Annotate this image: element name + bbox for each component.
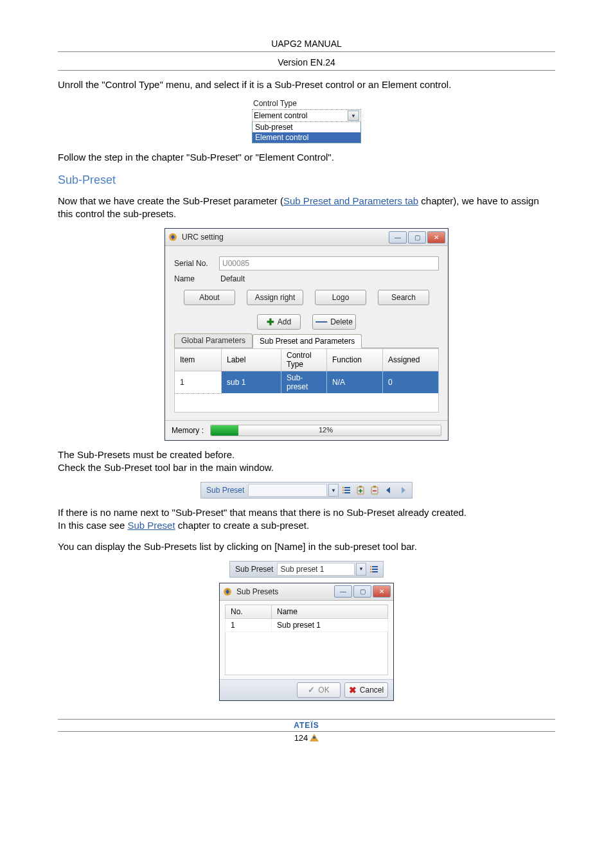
- clipboard-minus-icon[interactable]: [368, 484, 381, 497]
- titlebar: URC setting — ▢ ✕: [165, 229, 448, 246]
- paragraph: Check the Sub-Preset tool bar in the mai…: [58, 461, 555, 474]
- cell-function: N/A: [327, 371, 383, 394]
- minimize-button[interactable]: —: [389, 231, 407, 244]
- doc-title: UAPG2 MANUAL: [58, 39, 555, 49]
- memory-percent-text: 12%: [211, 426, 441, 434]
- toolbar-label: Sub Preset: [233, 565, 276, 574]
- col-assigned[interactable]: Assigned: [383, 349, 439, 371]
- svg-rect-6: [344, 492, 350, 493]
- plus-icon: ✚: [267, 317, 274, 327]
- col-control-type[interactable]: Control Type: [281, 349, 327, 371]
- chevron-down-icon[interactable]: ▼: [348, 111, 359, 121]
- paragraph: You can display the Sub-Presets list by …: [58, 540, 555, 553]
- svg-rect-15: [370, 571, 371, 572]
- close-button[interactable]: ✕: [427, 231, 445, 244]
- col-item[interactable]: Item: [175, 349, 222, 371]
- label-serial: Serial No.: [174, 259, 219, 268]
- col-name[interactable]: Name: [272, 605, 388, 618]
- cell-control-type: Sub-preset: [281, 371, 327, 394]
- divider: [58, 70, 555, 71]
- chevron-down-icon[interactable]: ▼: [328, 484, 339, 497]
- assign-right-button[interactable]: Assign right: [247, 290, 303, 305]
- svg-rect-8: [359, 486, 362, 488]
- nav-prev-icon[interactable]: [382, 484, 395, 497]
- label-name: Name: [174, 274, 219, 283]
- divider: [58, 719, 555, 720]
- subpreset-name-box[interactable]: Sub preset 1: [277, 563, 355, 576]
- maximize-button[interactable]: ▢: [408, 231, 426, 244]
- memory-progress: 12%: [210, 425, 441, 436]
- page-number-value: 124: [294, 733, 308, 743]
- link-subpreset[interactable]: Sub Preset: [127, 520, 175, 531]
- control-type-dropdown[interactable]: Element control ▼: [252, 109, 361, 122]
- about-button[interactable]: About: [184, 290, 235, 305]
- combo-list: Sub-preset Element control: [252, 122, 361, 143]
- nav-next-icon[interactable]: [396, 484, 409, 497]
- add-label: Add: [278, 317, 291, 326]
- subpreset-toolbar-filled: Sub Preset Sub preset 1 ▼: [229, 561, 384, 578]
- svg-rect-14: [372, 569, 378, 570]
- params-table: Item Label Control Type Function Assigne…: [174, 348, 439, 412]
- table-row[interactable]: 1 Sub preset 1: [226, 618, 388, 632]
- toolbar-label: Sub Preset: [204, 486, 247, 495]
- divider: [58, 51, 555, 52]
- svg-rect-11: [370, 566, 371, 567]
- logo-button[interactable]: Logo: [315, 290, 366, 305]
- ok-button[interactable]: ✓ OK: [297, 682, 341, 698]
- combo-option-element[interactable]: Element control: [253, 132, 360, 143]
- maximize-button[interactable]: ▢: [353, 585, 371, 598]
- table-row[interactable]: 1 sub 1 Sub-preset N/A 0: [175, 371, 439, 394]
- delete-button[interactable]: — Delete: [312, 314, 356, 330]
- paragraph: Follow the step in the chapter "Sub-Pres…: [58, 151, 555, 164]
- cell-item[interactable]: 1: [175, 371, 222, 394]
- ok-label: OK: [318, 686, 329, 695]
- list-icon[interactable]: [368, 563, 380, 576]
- col-no[interactable]: No.: [226, 605, 272, 618]
- link-subpreset-params[interactable]: Sub Preset and Parameters tab: [283, 195, 418, 206]
- subpresets-table: No. Name 1 Sub preset 1: [225, 605, 388, 675]
- svg-rect-2: [344, 487, 350, 488]
- add-button[interactable]: ✚ Add: [257, 314, 301, 330]
- subpreset-toolbar: Sub Preset ▼: [200, 482, 413, 499]
- subpresets-dialog: Sub Presets — ▢ ✕ No. Name 1 Sub preset …: [219, 583, 394, 701]
- doc-subtitle: Version EN.24: [58, 57, 555, 67]
- search-button[interactable]: Search: [378, 290, 429, 305]
- close-button[interactable]: ✕: [373, 585, 391, 598]
- clipboard-plus-icon[interactable]: [354, 484, 367, 497]
- divider: [58, 731, 555, 732]
- list-icon[interactable]: [340, 484, 353, 497]
- col-function[interactable]: Function: [327, 349, 383, 371]
- dialog-title: Sub Presets: [236, 587, 333, 596]
- svg-rect-3: [342, 490, 344, 491]
- delete-label: Delete: [330, 317, 353, 326]
- svg-rect-1: [342, 487, 344, 488]
- memory-label: Memory :: [172, 426, 210, 435]
- tab-subpreset-parameters[interactable]: Sub Preset and Parameters: [253, 334, 362, 348]
- name-value: Default: [219, 274, 439, 283]
- cancel-button[interactable]: ✖ Cancel: [344, 682, 388, 698]
- subpreset-name-box[interactable]: [248, 484, 327, 497]
- section-heading-subpreset: Sub-Preset: [58, 173, 555, 187]
- chevron-down-icon[interactable]: ▼: [356, 563, 366, 576]
- dialog-title: URC setting: [182, 233, 387, 242]
- check-icon: ✓: [308, 685, 315, 695]
- control-type-combo: Control Type Element control ▼ Sub-prese…: [252, 99, 361, 143]
- col-label[interactable]: Label: [222, 349, 281, 371]
- page-number: 124: [294, 733, 319, 743]
- brand-logo-text: ATEÏS: [294, 721, 319, 730]
- paragraph: Unroll the "Control Type" menu, and sele…: [58, 78, 555, 91]
- text: chapter to create a sub-preset.: [175, 520, 309, 531]
- paragraph: If there is no name next to "Sub-Preset"…: [58, 506, 555, 533]
- combo-label: Control Type: [252, 99, 361, 109]
- cell-assigned: 0: [383, 371, 439, 394]
- minimize-button[interactable]: —: [334, 585, 352, 598]
- cancel-label: Cancel: [360, 686, 384, 695]
- svg-rect-5: [342, 492, 344, 493]
- app-icon: [168, 232, 178, 242]
- serial-input[interactable]: [219, 256, 439, 270]
- combo-option-subpreset[interactable]: Sub-preset: [253, 122, 360, 132]
- cell-no: 1: [226, 618, 272, 632]
- tab-global-parameters[interactable]: Global Parameters: [174, 333, 253, 348]
- combo-selected-text: Element control: [254, 111, 307, 120]
- close-icon: ✖: [349, 685, 357, 695]
